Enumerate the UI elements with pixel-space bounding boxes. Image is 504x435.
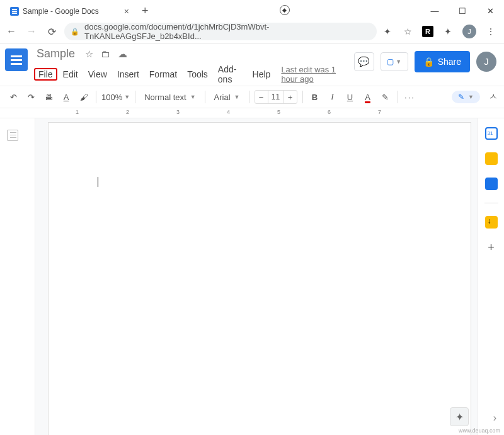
address-bar: ← → ⟳ 🔒 docs.google.com/document/d/1jchM… — [0, 20, 504, 43]
menu-insert[interactable]: Insert — [113, 68, 144, 81]
pencil-icon: ✎ — [458, 93, 464, 101]
side-separator — [484, 203, 498, 203]
docs-logo-icon[interactable] — [5, 48, 28, 71]
calendar-icon[interactable] — [485, 127, 498, 140]
editing-mode-button[interactable]: ✎ ▼ — [452, 91, 480, 103]
document-canvas[interactable] — [35, 118, 478, 435]
text-color-button[interactable]: A — [361, 89, 375, 105]
document-title[interactable]: Sample — [34, 47, 77, 60]
window-controls: — ☐ ✕ — [421, 1, 504, 20]
menu-bar: File Edit View Insert Format Tools Add-o… — [34, 63, 348, 86]
menu-tools[interactable]: Tools — [183, 68, 212, 81]
bookmark-star-icon[interactable]: ☆ — [402, 26, 413, 37]
reload-button[interactable]: ⟳ — [44, 24, 59, 39]
redo-button[interactable]: ↷ — [24, 89, 38, 105]
last-edit-link[interactable]: Last edit was 1 hour ago — [281, 65, 347, 84]
browser-tab[interactable]: Sample - Google Docs × — [4, 3, 135, 20]
left-gutter — [0, 118, 25, 435]
paragraph-style-select[interactable]: Normal text▼ — [140, 93, 199, 102]
download-addon-icon[interactable] — [485, 216, 498, 229]
vertical-ruler[interactable] — [25, 118, 35, 435]
bold-button[interactable]: B — [308, 89, 322, 105]
extensions-area: ✦ ☆ R ✦ J ⋮ — [382, 25, 500, 38]
docs-favicon-icon — [10, 7, 19, 16]
document-page[interactable] — [48, 122, 471, 435]
tab-title: Sample - Google Docs — [23, 7, 99, 16]
menu-view[interactable]: View — [84, 68, 112, 81]
lock-icon: 🔒 — [71, 28, 79, 36]
document-outline-button[interactable] — [7, 130, 18, 141]
tab-close-icon[interactable]: × — [124, 6, 129, 16]
zoom-select[interactable]: 100%▼ — [101, 93, 130, 102]
text-cursor — [98, 177, 98, 187]
lock-icon: 🔒 — [423, 57, 434, 67]
watermark-text: www.deuaq.com — [459, 427, 500, 434]
font-select[interactable]: Arial▼ — [210, 93, 244, 102]
menu-format[interactable]: Format — [145, 68, 181, 81]
privacy-shield-icon[interactable]: ◆ — [280, 5, 290, 15]
docs-header: Sample ☆ 🗀 ☁ File Edit View Insert Forma… — [0, 43, 504, 86]
extensions-puzzle-icon[interactable]: ✦ — [442, 26, 454, 37]
font-size-minus[interactable]: − — [255, 91, 268, 103]
browser-profile-avatar[interactable]: J — [462, 25, 476, 38]
back-button[interactable]: ← — [4, 24, 19, 39]
extension-r-icon[interactable]: R — [422, 26, 433, 37]
move-folder-icon[interactable]: 🗀 — [101, 48, 110, 59]
highlight-button[interactable]: ✎ — [379, 89, 392, 105]
underline-button[interactable]: U — [343, 89, 357, 105]
hide-sidepanel-button[interactable]: › — [493, 412, 496, 424]
minimize-button[interactable]: — — [421, 1, 449, 20]
close-window-button[interactable]: ✕ — [476, 1, 504, 20]
present-button[interactable]: ▢ ▼ — [381, 52, 408, 71]
menu-help[interactable]: Help — [248, 68, 275, 81]
undo-button[interactable]: ↶ — [6, 89, 20, 105]
italic-button[interactable]: I — [326, 89, 340, 105]
collapse-toolbar-button[interactable]: ㅅ — [489, 91, 498, 103]
explore-button[interactable]: ✦ — [450, 407, 469, 426]
keep-icon[interactable] — [485, 152, 498, 165]
font-size-stepper[interactable]: − 11 + — [255, 90, 297, 104]
url-input[interactable]: 🔒 docs.google.com/document/d/1jchMrbCjD3… — [64, 23, 377, 40]
forward-button[interactable]: → — [24, 24, 39, 39]
browser-titlebar: Sample - Google Docs × + ◆ — ☐ ✕ — [0, 0, 504, 20]
spellcheck-button[interactable]: A — [59, 89, 73, 105]
font-size-plus[interactable]: + — [284, 91, 297, 103]
browser-menu-icon[interactable]: ⋮ — [485, 26, 496, 37]
workspace: + — [0, 118, 504, 435]
tasks-icon[interactable] — [485, 178, 498, 190]
url-text: docs.google.com/document/d/1jchMrbCjD3mW… — [84, 22, 370, 41]
menu-file[interactable]: File — [34, 68, 57, 81]
share-button[interactable]: 🔒 Share — [415, 51, 470, 72]
font-size-value[interactable]: 11 — [268, 91, 284, 103]
account-avatar[interactable]: J — [476, 52, 496, 72]
more-tools-button[interactable]: ··· — [403, 89, 417, 105]
horizontal-ruler[interactable]: 1 2 3 4 5 6 7 — [0, 108, 504, 118]
paint-format-button[interactable]: 🖌 — [77, 89, 91, 105]
comments-button[interactable]: 💬 — [354, 52, 374, 71]
side-panel: + — [478, 118, 504, 435]
menu-addons[interactable]: Add-ons — [214, 63, 247, 86]
search-star-icon[interactable]: ✦ — [382, 26, 393, 37]
add-addon-button[interactable]: + — [488, 241, 495, 254]
cloud-status-icon[interactable]: ☁ — [118, 48, 127, 60]
new-tab-button[interactable]: + — [135, 2, 155, 20]
menu-edit[interactable]: Edit — [59, 68, 83, 81]
formatting-toolbar: ↶ ↷ 🖶 A 🖌 100%▼ Normal text▼ Arial▼ − 11… — [0, 86, 504, 108]
print-button[interactable]: 🖶 — [42, 89, 55, 105]
star-icon[interactable]: ☆ — [85, 48, 93, 60]
maximize-button[interactable]: ☐ — [449, 1, 476, 20]
